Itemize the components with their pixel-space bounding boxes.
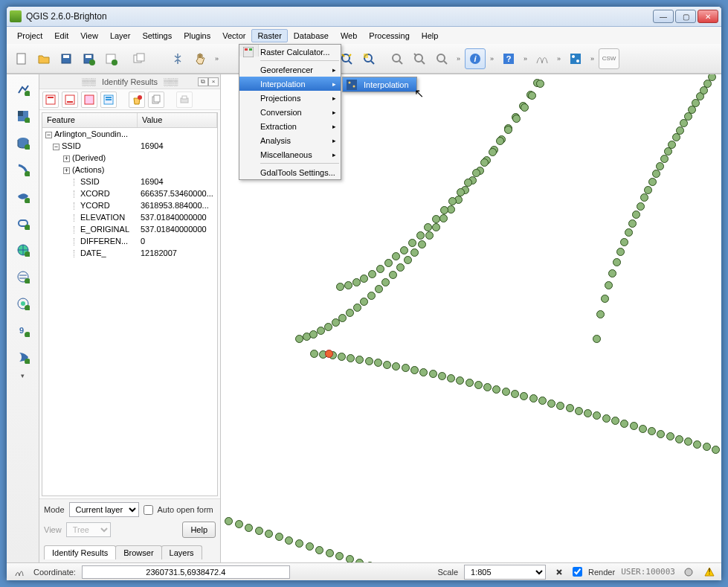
expand-new-button[interactable] [81, 92, 97, 108]
menu-plugins[interactable]: Plugins [178, 29, 216, 42]
raster-menu-item[interactable]: Conversion▸ [239, 105, 341, 119]
save-as-button[interactable] [78, 48, 99, 69]
zoom-last-button[interactable] [431, 48, 452, 69]
mode-select[interactable]: Current layer [69, 502, 139, 517]
panel-close-button[interactable]: × [208, 77, 219, 86]
composer-manager-button[interactable] [129, 48, 149, 69]
help-button[interactable]: Help [182, 522, 216, 538]
raster-menu-item[interactable]: Interpolation▸ [239, 77, 341, 91]
add-raster-layer-button[interactable] [11, 104, 35, 128]
crs-button[interactable] [681, 565, 696, 579]
print-button[interactable] [176, 92, 193, 108]
messages-button[interactable]: ! [702, 565, 717, 579]
add-postgis-layer-button[interactable] [11, 131, 35, 155]
menu-help[interactable]: Help [416, 29, 445, 42]
hand-button[interactable] [190, 48, 210, 69]
point [628, 219, 637, 228]
tree-row[interactable]: +(Derived) [42, 152, 217, 164]
menu-processing[interactable]: Processing [363, 29, 415, 42]
col-feature[interactable]: Feature [42, 113, 138, 127]
point [684, 437, 692, 446]
toolbar-overflow-6[interactable]: » [590, 55, 594, 62]
tree-row[interactable]: +(Actions) [42, 164, 217, 176]
add-mssql-layer-button[interactable] [11, 185, 35, 208]
panel-tab[interactable]: Layers [161, 545, 202, 559]
tree-row[interactable]: −SSID16904 [42, 140, 217, 152]
collapse-all-button[interactable] [62, 92, 78, 108]
clear-results-button[interactable] [129, 92, 145, 108]
raster-menu-item[interactable]: Analysis▸ [239, 133, 341, 147]
tree-row[interactable]: YCORD3618953.884000... [42, 199, 217, 211]
menu-settings[interactable]: Settings [136, 29, 178, 42]
toggle-extents-button[interactable] [11, 565, 28, 580]
zoom-selection-button[interactable] [358, 48, 379, 69]
identify-tree[interactable]: Feature Value −Arlington_Soundin...−SSID… [42, 112, 218, 496]
csw-button[interactable]: CSW [599, 48, 619, 69]
menu-layer[interactable]: Layer [104, 29, 137, 42]
add-oracle-layer-button[interactable] [11, 211, 35, 235]
expand-all-button[interactable] [42, 92, 59, 108]
stop-render-button[interactable] [552, 565, 567, 579]
plugin-button[interactable] [565, 48, 586, 69]
copy-button[interactable] [148, 92, 164, 108]
raster-menu-item[interactable]: Projections▸ [239, 91, 341, 105]
add-spatialite-layer-button[interactable] [11, 158, 35, 182]
tree-row[interactable]: E_ORIGINAL537.01840000000 [42, 223, 217, 235]
raster-menu-item[interactable]: Georeferencer▸ [239, 62, 341, 77]
raster-menu-item[interactable]: Miscellaneous▸ [239, 147, 341, 161]
point [630, 422, 638, 430]
toolbar-overflow-5[interactable]: » [557, 55, 561, 62]
open-project-button[interactable] [33, 48, 54, 69]
add-wms-layer-button[interactable] [11, 238, 35, 262]
raster-menu-item[interactable]: Extraction▸ [239, 119, 341, 133]
panel-tab[interactable]: Browser [115, 545, 161, 559]
zoom-out-button[interactable] [409, 48, 430, 69]
menu-view[interactable]: View [74, 29, 104, 42]
tree-row[interactable]: DIFFEREN...0 [42, 235, 217, 247]
tree-row[interactable]: SSID16904 [42, 176, 217, 187]
svg-point-7 [112, 60, 117, 65]
panel-undock-button[interactable]: ⧉ [198, 77, 208, 86]
add-wcs-layer-button[interactable] [11, 265, 35, 289]
new-shapefile-button[interactable] [11, 345, 35, 369]
interpolation-submenu-item[interactable]: Interpolation [343, 77, 416, 92]
raster-menu-item[interactable]: Raster Calculator... [239, 45, 341, 59]
tree-row[interactable]: ELEVATION537.01840000000 [42, 211, 217, 223]
render-checkbox[interactable] [573, 567, 582, 577]
raster-menu-item[interactable]: GdalTools Settings... [239, 165, 341, 179]
menu-vector[interactable]: Vector [216, 29, 251, 42]
histogram-button[interactable] [532, 48, 553, 69]
close-button[interactable]: ✕ [698, 10, 718, 23]
panel-tab[interactable]: Identify Results [44, 545, 116, 559]
help-button[interactable]: ? [498, 48, 519, 69]
col-value[interactable]: Value [138, 113, 217, 127]
svg-point-56 [685, 568, 692, 576]
new-project-button[interactable] [11, 48, 32, 69]
scale-select[interactable]: 1:805 [464, 565, 546, 580]
toolbar-overflow-3[interactable]: » [490, 55, 494, 62]
toolbar-overflow-4[interactable]: » [524, 55, 527, 62]
menu-database[interactable]: Database [288, 29, 335, 42]
tree-row[interactable]: DATE_12182007 [42, 247, 217, 259]
add-wfs-layer-button[interactable] [11, 292, 35, 315]
new-composer-button[interactable] [100, 48, 121, 69]
tree-row[interactable]: XCORD666357.53460000... [42, 187, 217, 199]
point [336, 283, 344, 291]
add-vector-layer-button[interactable] [11, 77, 35, 101]
add-delimited-text-button[interactable]: 9 [11, 318, 35, 342]
menu-project[interactable]: Project [11, 29, 48, 42]
menu-edit[interactable]: Edit [48, 29, 74, 42]
auto-open-checkbox[interactable] [144, 505, 153, 515]
toolbar-overflow-1[interactable]: » [215, 55, 219, 62]
coord-input[interactable] [82, 565, 290, 579]
toolbar-overflow-2[interactable]: » [457, 55, 460, 62]
form-view-button[interactable] [100, 92, 117, 108]
minimize-button[interactable]: — [653, 10, 674, 23]
menu-web[interactable]: Web [335, 29, 363, 42]
maximize-button[interactable]: ▢ [675, 10, 696, 23]
menu-raster[interactable]: Raster [251, 29, 287, 42]
identify-button[interactable]: i [465, 48, 486, 69]
save-project-button[interactable] [56, 48, 77, 69]
zoom-in-button[interactable] [387, 48, 408, 69]
pan-button[interactable] [167, 48, 188, 69]
